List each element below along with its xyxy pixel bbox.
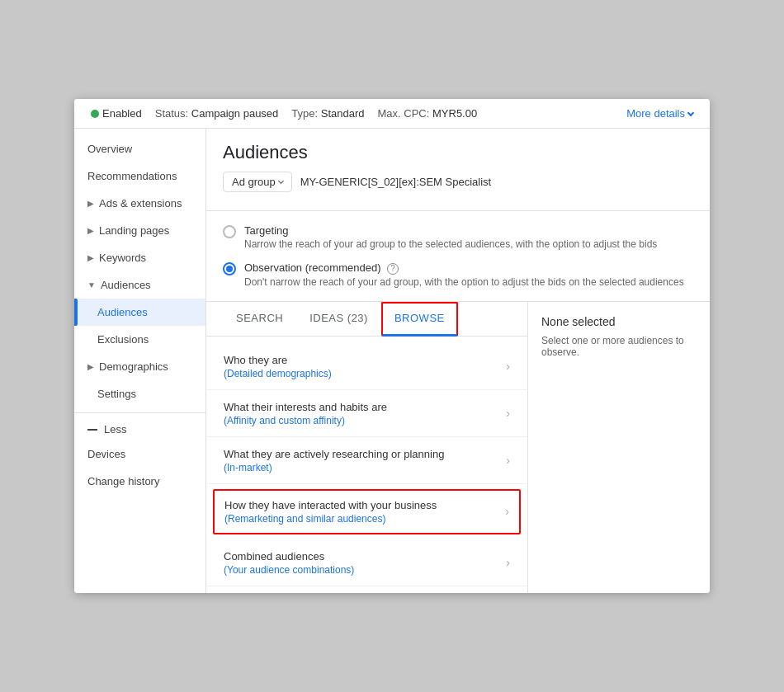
tab-search-label: SEARCH <box>236 312 283 324</box>
sidebar-label-audiences: Audiences <box>97 306 148 318</box>
chevron-right-icon: › <box>506 556 510 569</box>
targeting-label: Targeting <box>244 224 657 237</box>
sidebar-label-less: Less <box>104 423 126 435</box>
status-value: Campaign paused <box>191 107 279 120</box>
more-details-button[interactable]: More details <box>626 107 693 120</box>
sidebar-label-keywords: Keywords <box>99 252 146 264</box>
status-bar: Enabled Status: Campaign paused Type: St… <box>74 99 710 129</box>
observation-desc: Don't narrow the reach of your ad group,… <box>244 276 684 288</box>
ad-group-dropdown[interactable]: Ad group <box>223 172 292 192</box>
browse-item-remarketing-text: How they have interacted with your busin… <box>224 499 437 525</box>
tab-browse-label: BROWSE <box>394 312 445 324</box>
help-icon[interactable]: ? <box>387 263 399 275</box>
ad-group-label: Ad group <box>232 176 276 188</box>
sidebar-label-devices: Devices <box>87 448 125 460</box>
chevron-right-icon: › <box>506 454 510 467</box>
browse-item-combined[interactable]: Combined audiences (Your audience combin… <box>206 539 527 586</box>
enabled-label: Enabled <box>102 107 142 120</box>
arrow-icon: ▶ <box>87 199 94 208</box>
tabs-left: SEARCH IDEAS (23) BROWSE <box>206 302 528 593</box>
observation-text: Observation (recommended) ? Don't narrow… <box>244 261 684 288</box>
tab-ideas[interactable]: IDEAS (23) <box>296 302 381 337</box>
sidebar-item-audiences[interactable]: Audiences <box>74 299 205 326</box>
ad-group-row: Ad group MY-GENERIC[S_02][ex]:SEM Specia… <box>223 172 693 192</box>
observation-label: Observation (recommended) ? <box>244 261 684 275</box>
targeting-radio[interactable] <box>223 225 236 238</box>
sidebar-label-ads: Ads & extensions <box>99 197 182 209</box>
observation-radio[interactable] <box>223 262 236 275</box>
max-cpc: Max. CPC: MYR5.00 <box>378 107 478 120</box>
more-details-label: More details <box>626 107 685 120</box>
browse-list: Who they are (Detailed demographics) › W… <box>206 337 527 593</box>
sidebar-item-audiences-parent[interactable]: ▼ Audiences <box>74 271 205 299</box>
sidebar-item-exclusions[interactable]: Exclusions <box>74 326 205 353</box>
observation-option[interactable]: Observation (recommended) ? Don't narrow… <box>223 261 693 288</box>
sidebar-item-devices[interactable]: Devices <box>74 440 205 468</box>
max-cpc-value: MYR5.00 <box>432 107 477 120</box>
sidebar: Overview Recommendations ▶ Ads & extensi… <box>74 129 206 593</box>
sidebar-label-recommendations: Recommendations <box>87 170 177 182</box>
sidebar-label-overview: Overview <box>87 143 132 155</box>
sidebar-item-keywords[interactable]: ▶ Keywords <box>74 244 205 271</box>
browse-item-interests[interactable]: What their interests and habits are (Aff… <box>206 390 527 437</box>
browse-item-interests-title: What their interests and habits are <box>224 401 387 413</box>
arrow-icon: ▶ <box>87 226 94 235</box>
sidebar-divider <box>74 412 205 413</box>
radio-section: Targeting Narrow the reach of your ad gr… <box>206 211 710 302</box>
browse-item-who-title: Who they are <box>224 354 332 366</box>
active-indicator <box>74 299 78 326</box>
chevron-right-icon: › <box>506 360 510 373</box>
browse-item-who[interactable]: Who they are (Detailed demographics) › <box>206 343 527 390</box>
content-header: Audiences Ad group MY-GENERIC[S_02][ex]:… <box>206 129 710 211</box>
max-cpc-label: Max. CPC: <box>378 107 430 120</box>
chevron-down-icon <box>687 109 694 115</box>
targeting-option[interactable]: Targeting Narrow the reach of your ad gr… <box>223 224 693 250</box>
sidebar-label-landing: Landing pages <box>99 224 169 237</box>
sidebar-item-ads-extensions[interactable]: ▶ Ads & extensions <box>74 190 205 217</box>
none-selected-label: None selected <box>541 315 697 328</box>
sidebar-label-audiences-parent: Audiences <box>101 279 151 291</box>
sidebar-label-settings: Settings <box>97 388 136 400</box>
targeting-text: Targeting Narrow the reach of your ad gr… <box>244 224 657 250</box>
sidebar-item-landing-pages[interactable]: ▶ Landing pages <box>74 217 205 244</box>
chevron-right-icon: › <box>506 407 510 420</box>
sidebar-less[interactable]: Less <box>74 418 205 440</box>
sidebar-item-recommendations[interactable]: Recommendations <box>74 162 205 190</box>
right-panel: None selected Select one or more audienc… <box>528 302 710 593</box>
browse-item-who-text: Who they are (Detailed demographics) <box>224 354 332 379</box>
arrow-icon: ▶ <box>87 253 94 262</box>
type-value: Standard <box>321 107 365 120</box>
campaign-type: Type: Standard <box>291 107 364 120</box>
sidebar-item-settings[interactable]: Settings <box>74 380 205 407</box>
browse-item-interests-text: What their interests and habits are (Aff… <box>224 401 387 426</box>
page-title: Audiences <box>223 142 693 163</box>
main-layout: Overview Recommendations ▶ Ads & extensi… <box>74 129 710 593</box>
dropdown-arrow-icon <box>278 178 284 184</box>
sidebar-item-demographics[interactable]: ▶ Demographics <box>74 353 205 380</box>
main-window: Enabled Status: Campaign paused Type: St… <box>74 99 710 593</box>
browse-item-combined-text: Combined audiences (Your audience combin… <box>224 550 354 576</box>
tabs-section: SEARCH IDEAS (23) BROWSE <box>206 302 710 593</box>
arrow-icon: ▼ <box>87 280 96 290</box>
browse-item-remarketing-subtitle: (Remarketing and similar audiences) <box>224 513 437 525</box>
status-label: Status: <box>155 107 188 120</box>
browse-item-researching[interactable]: What they are actively researching or pl… <box>206 437 527 484</box>
tab-browse[interactable]: BROWSE <box>381 302 458 337</box>
targeting-desc: Narrow the reach of your ad group to the… <box>244 238 657 250</box>
browse-item-researching-text: What they are actively researching or pl… <box>224 448 444 473</box>
sidebar-item-change-history[interactable]: Change history <box>74 468 205 495</box>
browse-item-combined-title: Combined audiences <box>224 550 354 563</box>
browse-item-interests-subtitle: (Affinity and custom affinity) <box>224 415 387 426</box>
chevron-right-icon: › <box>505 505 509 518</box>
tab-search[interactable]: SEARCH <box>223 302 296 337</box>
enabled-dot <box>91 110 99 118</box>
tabs-bar: SEARCH IDEAS (23) BROWSE <box>206 302 527 337</box>
sidebar-item-overview[interactable]: Overview <box>74 135 205 162</box>
sidebar-label-demographics: Demographics <box>99 360 168 373</box>
select-hint: Select one or more audiences to observe. <box>541 335 697 358</box>
minus-icon <box>87 429 97 431</box>
enabled-status: Enabled <box>91 107 142 120</box>
browse-item-remarketing[interactable]: How they have interacted with your busin… <box>213 489 521 534</box>
sidebar-label-change-history: Change history <box>87 475 159 487</box>
browse-item-who-subtitle: (Detailed demographics) <box>224 368 332 379</box>
